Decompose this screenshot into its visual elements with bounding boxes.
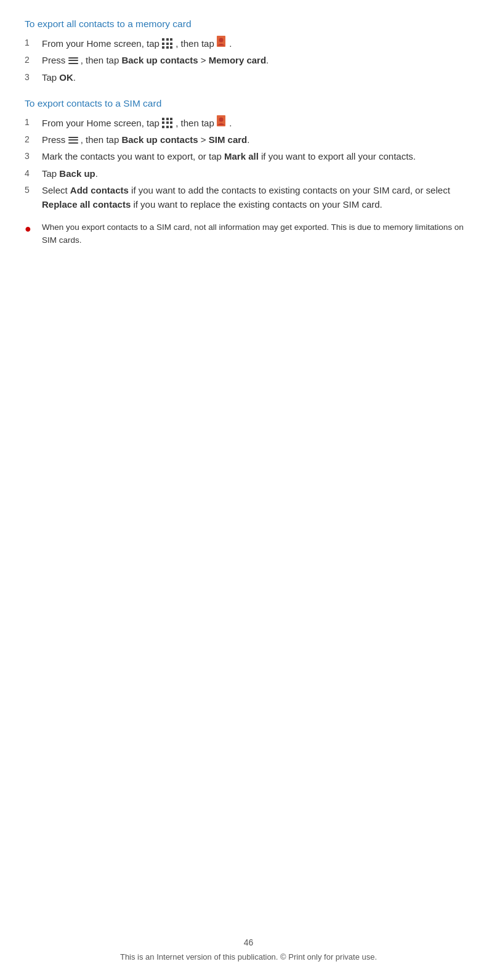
sim-step-text-3: Mark the contacts you want to export, or… [42, 149, 472, 163]
step-text-3: Tap OK. [42, 70, 472, 84]
step-text-2: Press , then tap Back up contacts > Memo… [42, 53, 472, 67]
page-content: To export all contacts to a memory card … [0, 0, 497, 309]
contacts-icon-2 [217, 115, 227, 126]
sim-step-3: 3 Mark the contacts you want to export, … [25, 149, 472, 163]
sim-step-number-5: 5 [25, 183, 42, 197]
svg-point-1 [219, 38, 223, 43]
sim-step-1: 1 From your Home screen, tap , then tap [25, 115, 472, 130]
memory-card-steps: 1 From your Home screen, tap , then tap [25, 36, 472, 84]
apps-grid-icon [162, 38, 173, 49]
note-text: When you export contacts to a SIM card, … [42, 221, 472, 247]
sim-step-number-1: 1 [25, 115, 42, 129]
step-1: 1 From your Home screen, tap , then tap [25, 36, 472, 51]
sim-step-text-5: Select Add contacts if you want to add t… [42, 183, 472, 212]
sim-card-steps: 1 From your Home screen, tap , then tap [25, 115, 472, 212]
sim-step-2: 2 Press , then tap Back up contacts > SI… [25, 133, 472, 147]
step-number-1: 1 [25, 36, 42, 50]
sim-step-number-2: 2 [25, 133, 42, 147]
step-text-1: From your Home screen, tap , then tap . [42, 36, 472, 51]
menu-icon [68, 56, 78, 65]
sim-step-4: 4 Tap Back up. [25, 166, 472, 181]
footer-legal: This is an Internet version of this publ… [120, 952, 377, 962]
sim-card-heading: To export contacts to a SIM card [25, 98, 472, 109]
sim-step-number-3: 3 [25, 149, 42, 163]
step-number-2: 2 [25, 53, 42, 67]
sim-step-text-2: Press , then tap Back up contacts > SIM … [42, 133, 472, 147]
section-memory-card: To export all contacts to a memory card … [25, 18, 472, 84]
sim-step-text-4: Tap Back up. [42, 166, 472, 181]
svg-point-3 [219, 117, 223, 121]
sim-step-number-4: 4 [25, 166, 42, 181]
memory-card-heading: To export all contacts to a memory card [25, 18, 472, 30]
page-footer: 46 This is an Internet version of this p… [0, 937, 497, 962]
sim-step-text-1: From your Home screen, tap , then tap . [42, 115, 472, 130]
page-number: 46 [0, 937, 497, 947]
section-sim-card: To export contacts to a SIM card 1 From … [25, 98, 472, 247]
sim-note: ● When you export contacts to a SIM card… [25, 221, 472, 247]
step-2: 2 Press , then tap Back up contacts > Me… [25, 53, 472, 67]
apps-grid-icon-2 [162, 118, 173, 129]
warning-icon: ● [25, 221, 42, 237]
sim-step-5: 5 Select Add contacts if you want to add… [25, 183, 472, 212]
step-number-3: 3 [25, 70, 42, 84]
menu-icon-2 [68, 136, 78, 144]
contacts-icon [217, 36, 227, 47]
step-3: 3 Tap OK. [25, 70, 472, 84]
